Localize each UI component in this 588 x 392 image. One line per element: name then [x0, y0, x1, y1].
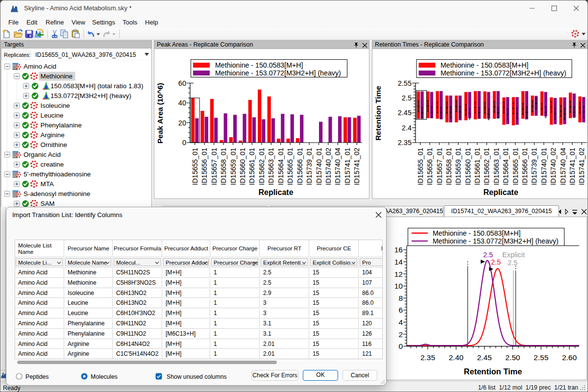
svg-text:Peak Area (10^6): Peak Area (10^6) [156, 83, 164, 144]
svg-text:2.55: 2.55 [398, 79, 412, 87]
svg-text:ID15663_01: ID15663_01 [267, 147, 275, 185]
svg-text:2.5: 2.5 [508, 259, 517, 267]
svg-text:Methionine - 153.0772[M3H2+H]: Methionine - 153.0772[M3H2+H] (heavy) [433, 237, 559, 245]
svg-text:2: 2 [398, 330, 403, 339]
svg-text:ID15739_01: ID15739_01 [305, 147, 313, 185]
svg-text:ID15740_04: ID15740_04 [334, 147, 342, 185]
svg-text:ID15665_01: ID15665_01 [512, 147, 519, 185]
svg-text:2.5: 2.5 [483, 251, 493, 259]
svg-text:Amino Acid: Amino Acid [24, 63, 56, 70]
svg-text:MTA: MTA [41, 180, 54, 188]
svg-text:150.0583[M+H] (total ratio 1.8: 150.0583[M+H] (total ratio 1.83) [50, 82, 143, 90]
svg-text:Isoleucine: Isoleucine [41, 102, 70, 109]
svg-text:ID15741_01: ID15741_01 [568, 147, 576, 185]
svg-text:ID15740_02: ID15740_02 [549, 147, 557, 185]
svg-text:Ornithine: Ornithine [41, 141, 67, 148]
svg-text:Retention Time: Retention Time [374, 86, 382, 141]
svg-text:SAM: SAM [41, 200, 55, 207]
svg-text:2.35: 2.35 [420, 353, 435, 362]
svg-text:Explicit: Explicit [502, 251, 525, 259]
svg-text:ID15739_01: ID15739_01 [530, 147, 538, 185]
svg-text:16: 16 [394, 245, 403, 254]
svg-text:Leucine: Leucine [41, 112, 64, 119]
svg-text:Methionine - 153.0772[M3H2+H]: Methionine - 153.0772[M3H2+H] (heavy) [441, 69, 566, 77]
svg-text:creatine: creatine [41, 161, 64, 168]
svg-text:ID15662_01: ID15662_01 [483, 147, 490, 185]
svg-text:10: 10 [394, 282, 403, 290]
svg-text:14: 14 [394, 258, 403, 266]
svg-text:153.0772[M3H2+H] (heavy): 153.0772[M3H2+H] (heavy) [50, 92, 131, 99]
svg-text:8: 8 [398, 294, 403, 302]
svg-text:ID15740_01: ID15740_01 [540, 147, 548, 185]
svg-text:2.35: 2.35 [398, 139, 412, 147]
svg-text:ID15658_01: ID15658_01 [220, 147, 227, 185]
svg-text:ID15662_01: ID15662_01 [258, 147, 266, 185]
svg-text:ID15665_01: ID15665_01 [286, 147, 294, 185]
svg-text:Phenylalanine: Phenylalanine [41, 122, 82, 129]
svg-text:Replicate: Replicate [258, 188, 293, 196]
svg-text:ID15666_01: ID15666_01 [296, 147, 304, 185]
svg-text:60: 60 [178, 79, 186, 87]
svg-text:ID15656_01: ID15656_01 [426, 147, 434, 185]
svg-text:0: 0 [182, 139, 186, 147]
svg-text:2.45: 2.45 [477, 353, 492, 362]
svg-text:4: 4 [398, 318, 403, 326]
svg-text:ID15664_01: ID15664_01 [277, 147, 285, 185]
svg-text:ID15655_01: ID15655_01 [416, 147, 424, 185]
svg-text:Methionine - 150.0583[M+H]: Methionine - 150.0583[M+H] [441, 61, 528, 69]
svg-text:2.40: 2.40 [449, 353, 464, 362]
svg-text:Methionine - 153.0772[M3H2+H]: Methionine - 153.0772[M3H2+H] (heavy) [215, 69, 341, 77]
svg-text:ID15661_01: ID15661_01 [248, 147, 256, 185]
svg-text:2.5: 2.5 [402, 94, 412, 102]
svg-text:2.60: 2.60 [562, 353, 577, 362]
svg-text:ID15741_02: ID15741_02 [578, 147, 586, 185]
svg-text:Organic Acid: Organic Acid [24, 151, 61, 158]
svg-text:6: 6 [398, 306, 403, 314]
svg-text:Methionine: Methionine [41, 73, 73, 80]
svg-text:Arginine: Arginine [41, 131, 65, 139]
svg-text:ID15660_01: ID15660_01 [464, 147, 472, 185]
svg-text:ID15741_01: ID15741_01 [343, 147, 351, 185]
svg-text:ID15740_01: ID15740_01 [315, 147, 323, 185]
svg-text:2.55: 2.55 [534, 353, 548, 362]
svg-text:S-adenosyl methionine: S-adenosyl methionine [24, 190, 90, 197]
svg-text:ID15655_01: ID15655_01 [191, 147, 199, 185]
svg-text:ID15741_02: ID15741_02 [353, 147, 361, 185]
svg-text:Retention Time: Retention Time [464, 367, 522, 376]
svg-text:2.4: 2.4 [402, 124, 412, 132]
svg-text:ID15659_01: ID15659_01 [229, 147, 237, 185]
svg-text:20: 20 [178, 119, 186, 127]
svg-text:ID15663_01: ID15663_01 [492, 147, 500, 185]
svg-text:0: 0 [398, 342, 403, 350]
svg-text:ID15656_01: ID15656_01 [200, 147, 208, 185]
svg-text:ID15664_01: ID15664_01 [502, 147, 510, 185]
svg-text:2.45: 2.45 [398, 109, 412, 117]
svg-text:ID15661_01: ID15661_01 [473, 147, 481, 185]
svg-text:ID15659_01: ID15659_01 [454, 147, 462, 185]
svg-text:ID15740_04: ID15740_04 [559, 147, 567, 185]
svg-text:ID15658_01: ID15658_01 [445, 147, 453, 185]
svg-text:Replicate: Replicate [483, 188, 518, 196]
svg-text:2.5: 2.5 [491, 258, 501, 266]
svg-text:5'-methylthioadenosine: 5'-methylthioadenosine [24, 171, 91, 178]
svg-text:ID15666_01: ID15666_01 [521, 147, 529, 185]
svg-text:12: 12 [394, 270, 403, 278]
svg-text:ID15657_01: ID15657_01 [436, 147, 443, 185]
svg-text:ID15657_01: ID15657_01 [210, 147, 218, 185]
svg-text:ID15740_02: ID15740_02 [324, 147, 332, 185]
svg-text:40: 40 [178, 99, 186, 107]
svg-text:Methionine - 150.0583[M+H]: Methionine - 150.0583[M+H] [433, 229, 520, 237]
svg-text:Methionine - 150.0583[M+H]: Methionine - 150.0583[M+H] [215, 61, 303, 69]
svg-text:ID15660_01: ID15660_01 [239, 147, 246, 185]
svg-text:2.50: 2.50 [505, 353, 520, 362]
